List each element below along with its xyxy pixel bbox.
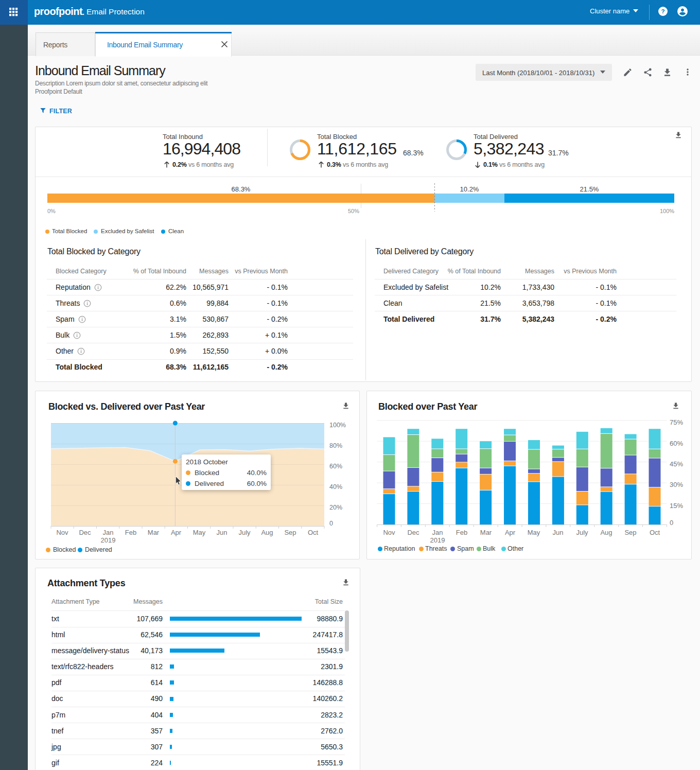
svg-text:?: ?	[661, 8, 664, 14]
